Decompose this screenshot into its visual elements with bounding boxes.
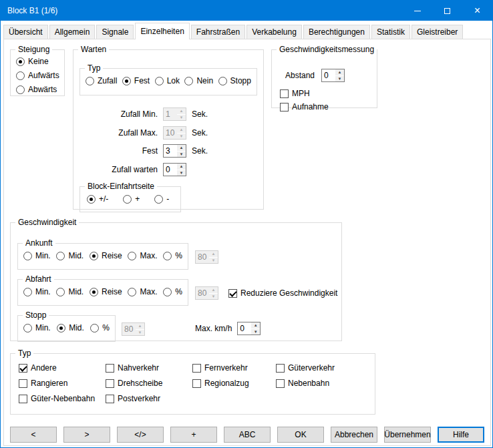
spinner-down-icon[interactable]: ▼ — [335, 76, 344, 82]
aufnahme-checkbox[interactable]: Aufnahme — [280, 102, 329, 111]
checkbox-regionalzug[interactable]: Regionalzug — [192, 379, 276, 388]
checkbox-fernverkehr[interactable]: Fernverkehr — [192, 363, 276, 373]
add-button[interactable]: + — [170, 427, 217, 443]
radio-abfahrt-min[interactable]: Min. — [23, 287, 51, 296]
radio-ankunft-min[interactable]: Min. — [23, 251, 51, 260]
radio-warten-fest[interactable]: Fest — [122, 76, 150, 85]
checkbox-nahverkehr[interactable]: Nahverkehr — [106, 363, 192, 373]
radio-label: +/- — [99, 194, 108, 204]
radio-steigung-abwaerts[interactable]: Abwärts — [16, 85, 64, 94]
radio-warten-nein[interactable]: Nein — [184, 76, 213, 85]
radio-abfahrt-prozent[interactable]: % — [163, 287, 182, 296]
checkbox-gueterverkehr[interactable]: Güterverkehr — [276, 363, 375, 373]
spinner-up-icon[interactable]: ▲ — [251, 322, 260, 329]
next-button[interactable]: > — [63, 427, 110, 443]
mph-checkbox[interactable]: MPH — [280, 89, 310, 98]
checkbox-postverkehr[interactable]: Postverkehr — [106, 394, 192, 403]
abstand-spinner[interactable]: 0 ▲ ▼ — [321, 69, 345, 82]
dialog-button-row: < > </> + ABC OK Abbrechen Übernehmen Hi… — [10, 427, 484, 443]
radio-warten-stopp[interactable]: Stopp — [218, 76, 251, 85]
radio-ankunft-reise[interactable]: Reise — [90, 251, 122, 260]
spinner-up-icon[interactable]: ▲ — [335, 69, 344, 76]
radio-icon — [123, 195, 132, 204]
minimize-button[interactable] — [402, 1, 432, 21]
radio-stopp-min[interactable]: Min. — [23, 323, 51, 332]
spinner-value[interactable]: 0 — [238, 322, 251, 334]
radio-ankunft-mid[interactable]: Mid. — [56, 251, 84, 260]
checkbox-gueter-nebenbahn[interactable]: Güter-Nebenbahn — [19, 394, 106, 403]
checkbox-andere[interactable]: Andere — [19, 363, 106, 373]
ankunft-speed-spinner: 80 ▲ ▼ — [195, 250, 218, 264]
tab-verkabelung[interactable]: Verkabelung — [246, 25, 302, 39]
typ-checkbox-grid: Andere Nahverkehr Fernverkehr Güterverke… — [11, 358, 375, 403]
radio-label: Min. — [35, 251, 51, 260]
spinner-down-icon: ▼ — [177, 115, 186, 121]
radio-steigung-aufwaerts[interactable]: Aufwärts — [16, 71, 64, 80]
spinner-value[interactable]: 0 — [164, 164, 177, 176]
radio-abfahrt-max[interactable]: Max. — [128, 287, 157, 296]
radio-steigung-keine[interactable]: Keine — [16, 57, 64, 66]
tab-fahrstrassen[interactable]: Fahrstraßen — [191, 25, 245, 39]
tab-gleistreiber[interactable]: Gleistreiber — [412, 25, 463, 39]
radio-label: % — [102, 323, 110, 332]
abc-button[interactable]: ABC — [224, 427, 271, 443]
minimize-icon — [414, 11, 421, 11]
radio-einfahrt-minus[interactable]: - — [154, 194, 169, 204]
checkbox-nebenbahn[interactable]: Nebenbahn — [276, 379, 375, 388]
prev-button[interactable]: < — [10, 427, 57, 443]
zufall-warten-spinner[interactable]: 0 ▲ ▼ — [163, 163, 186, 176]
fest-spinner[interactable]: 3 ▲ ▼ — [163, 144, 186, 158]
spinner-down-icon: ▼ — [209, 294, 218, 300]
checkbox-rangieren[interactable]: Rangieren — [19, 379, 106, 388]
cancel-button[interactable]: Abbrechen — [331, 427, 377, 443]
spinner-value[interactable]: 0 — [322, 69, 335, 81]
spinner-up-icon: ▲ — [209, 251, 218, 258]
reduziere-geschwindigkeit-checkbox[interactable]: Reduziere Geschwindigkeit — [228, 288, 337, 298]
radio-einfahrt-plus[interactable]: + — [123, 194, 140, 204]
block-einfahrtseite-group: Block-Einfahrtseite +/- + - — [79, 182, 181, 212]
radio-warten-zufall[interactable]: Zufall — [86, 76, 117, 85]
radio-abfahrt-mid[interactable]: Mid. — [56, 287, 84, 296]
radio-ankunft-prozent[interactable]: % — [163, 251, 182, 260]
radio-icon — [128, 252, 136, 260]
stopp-options: Min. Mid. % — [18, 320, 115, 332]
max-kmh-spinner[interactable]: 0 ▲ ▼ — [237, 322, 261, 335]
tab-signale[interactable]: Signale — [96, 25, 134, 39]
checkbox-label: MPH — [292, 89, 310, 98]
tab-uebersicht[interactable]: Übersicht — [3, 25, 48, 39]
block-properties-dialog: Block B1 (1/6) × Übersicht Allgemein Sig… — [0, 0, 493, 448]
tab-berechtigungen[interactable]: Berechtigungen — [303, 25, 370, 39]
radio-stopp-mid[interactable]: Mid. — [57, 323, 84, 332]
radio-icon — [56, 252, 65, 260]
spinner-value: 10 — [164, 127, 177, 139]
maximize-icon — [444, 8, 450, 14]
spinner-value[interactable]: 3 — [164, 145, 177, 157]
radio-ankunft-max[interactable]: Max. — [128, 251, 157, 260]
help-button[interactable]: Hilfe — [438, 427, 484, 443]
radio-einfahrt-plusminus[interactable]: +/- — [87, 194, 108, 204]
spinner-up-icon[interactable]: ▲ — [177, 164, 186, 170]
radio-icon — [16, 85, 25, 94]
close-button[interactable]: × — [462, 1, 492, 21]
spinner-arrows: ▲ ▼ — [177, 108, 186, 120]
checkbox-icon — [280, 103, 289, 111]
tab-statistik[interactable]: Statistik — [371, 25, 410, 39]
spinner-down-icon[interactable]: ▼ — [251, 329, 260, 335]
spinner-down-icon[interactable]: ▼ — [177, 170, 186, 176]
radio-stopp-prozent[interactable]: % — [90, 323, 110, 332]
code-button[interactable]: </> — [117, 427, 164, 443]
tab-allgemein[interactable]: Allgemein — [49, 25, 96, 39]
checkbox-drehscheibe[interactable]: Drehscheibe — [106, 379, 192, 388]
maximize-button[interactable] — [432, 1, 462, 21]
titlebar[interactable]: Block B1 (1/6) × — [1, 1, 492, 21]
radio-warten-lok[interactable]: Lok — [155, 76, 180, 85]
ok-button[interactable]: OK — [277, 427, 324, 443]
checkbox-label: Postverkehr — [118, 394, 160, 403]
tab-einzelheiten[interactable]: Einzelheiten — [135, 23, 189, 39]
spinner-up-icon[interactable]: ▲ — [177, 145, 186, 152]
radio-abfahrt-reise[interactable]: Reise — [90, 287, 122, 296]
abstand-row: Abstand 0 ▲ ▼ — [285, 69, 345, 82]
apply-button[interactable]: Übernehmen — [384, 427, 431, 443]
spinner-down-icon[interactable]: ▼ — [177, 152, 186, 158]
spinner-arrows: ▲ ▼ — [177, 164, 186, 176]
